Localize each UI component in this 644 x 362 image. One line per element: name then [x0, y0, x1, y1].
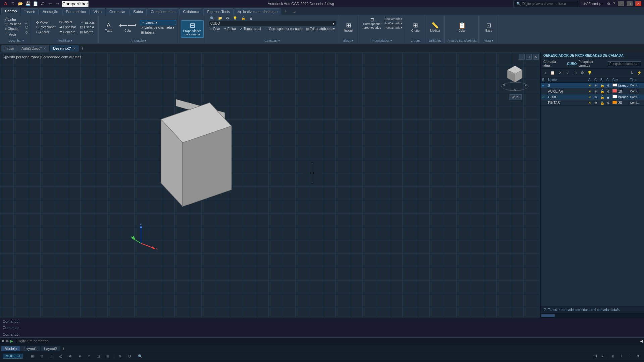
layer-footer-checkbox[interactable]: ☑ [543, 308, 547, 312]
taskview-btn[interactable]: ⧉ [184, 361, 195, 362]
layer-search-input[interactable] [608, 61, 641, 66]
settings-icon[interactable]: ⚙ [607, 2, 610, 6]
grid-btn[interactable]: ⊞ [29, 354, 36, 358]
layer-cubo-color[interactable]: branco [612, 95, 629, 99]
por-camada-dropdown-3[interactable]: ▾ [401, 26, 403, 29]
aparar-button[interactable]: ✂ Aparar [35, 30, 57, 34]
lm-new-layer-btn[interactable]: + [542, 70, 549, 76]
autocad-taskbar-btn[interactable]: A [287, 361, 297, 362]
discord-btn[interactable]: 💬 [230, 361, 240, 362]
matriz-button[interactable]: ⊞ Matriz [79, 30, 96, 34]
tab-express[interactable]: Express Tools [203, 8, 233, 15]
zoom-out-btn[interactable]: − [626, 354, 632, 358]
layer-0-print[interactable]: 🖨 [606, 84, 612, 87]
search-input[interactable] [522, 2, 576, 6]
propriedades-camada-button[interactable]: ⊟ Propriedadesda camada [181, 20, 204, 38]
linha-button[interactable]: ╱ Linha [3, 17, 23, 22]
espelhar-button[interactable]: ⇌ Espelhar [58, 25, 78, 29]
lm-refresh-btn[interactable]: ↻ [629, 70, 635, 76]
view-cube-btn[interactable]: ⬡ [126, 354, 133, 358]
headset-btn[interactable]: 🎧 [264, 361, 274, 362]
search-taskbar-btn[interactable]: 🔍 [173, 361, 183, 362]
properties-expand-icon[interactable]: ▾ [390, 39, 392, 42]
layer-pintas-color[interactable]: 30 [612, 101, 629, 105]
tab-aulasdado[interactable]: AulaSDado* ✕ [18, 45, 49, 52]
lm-state-mgr-btn[interactable]: ⊟ [572, 70, 578, 76]
tab-gerenciar[interactable]: Gerenciar [106, 8, 129, 15]
settings-gear-btn[interactable]: ⚙ [634, 354, 641, 358]
osnap-btn[interactable]: ⊕ [67, 354, 74, 358]
editar-atributos-button[interactable]: ⊞ Editar atributos ▾ [305, 27, 336, 31]
modify-expand-icon[interactable]: ▾ [71, 39, 73, 42]
tab-complementos[interactable]: Complementos [147, 8, 179, 15]
layer-row-auxiliar[interactable]: AUXILIAR ☀ ❄ 🔓 🖨 10 Conti... [541, 88, 644, 94]
lm-make-current-btn[interactable]: ✓ [564, 70, 571, 76]
layout-1[interactable]: Layout1 [20, 346, 40, 351]
tracking-btn[interactable]: ⊘ [76, 354, 83, 358]
annotation-expand-icon[interactable]: ▾ [145, 39, 146, 42]
undo-btn[interactable]: ↩ [47, 1, 53, 7]
base-button[interactable]: ⊡ Base [481, 21, 496, 34]
zoom-in-btn[interactable]: + [618, 354, 624, 358]
esticar-button[interactable]: ↔ Esticar [79, 20, 96, 25]
mover-button[interactable]: ✛ Mover [35, 20, 57, 25]
layout-modelo[interactable]: Modelo [1, 346, 20, 351]
concord-button[interactable]: ⊏ Concord. [58, 30, 78, 34]
circulo-button[interactable]: ○ Círculo [3, 27, 23, 31]
navmode-btn[interactable]: 🔍 [136, 354, 144, 358]
insert-bloco-button[interactable]: ⊞ Inserir [341, 21, 356, 34]
layer-cubo-freeze[interactable]: ❄ [594, 95, 600, 99]
close-button[interactable]: ✕ [635, 1, 641, 6]
lm-new-layer-vp-btn[interactable]: 📋 [549, 70, 556, 76]
layer-aux-on[interactable]: ☀ [588, 89, 594, 93]
lineweight-btn[interactable]: ≡ [86, 354, 92, 358]
maximize-button[interactable]: □ [627, 1, 633, 6]
editar-button[interactable]: ✏ Editar [222, 27, 237, 31]
layer-aux-color[interactable]: 10 [612, 89, 629, 93]
lm-sync-btn[interactable]: ⚡ [636, 70, 643, 76]
chrome-btn[interactable]: ● [276, 361, 286, 362]
medida-button[interactable]: 📏 Medida [428, 21, 442, 34]
tab-desenho2[interactable]: Desenho2* ✕ [50, 45, 79, 52]
command-input[interactable] [17, 339, 639, 343]
insert-icon6[interactable]: 🖨 [248, 16, 254, 20]
layer-cubo-print[interactable]: 🖨 [606, 95, 612, 99]
insert-icon3[interactable]: ⚙ [225, 16, 230, 20]
corresponder-props-button[interactable]: ⊟ Corresponder propriedades [361, 16, 383, 31]
extra-draw-2[interactable]: ⬡ [24, 25, 30, 29]
vp-minimize-btn[interactable]: − [519, 54, 525, 60]
lm-settings-btn[interactable]: ⚙ [579, 70, 586, 76]
cota-button[interactable]: ⟵⟶ Cota [117, 21, 139, 34]
lm-delete-btn[interactable]: ✕ [557, 70, 564, 76]
tomar-atual-button[interactable]: ✓ Tomar atual [238, 27, 262, 31]
layer-current-dropdown[interactable]: CUBO ▾ [209, 21, 336, 26]
arco-button[interactable]: ⌒ Arco [3, 32, 23, 37]
colar-button[interactable]: 📋 Colar [454, 21, 469, 34]
layer-row-cubo[interactable]: ✓ CUBO ☀ ❄ 🔓 🖨 branco Conti... [541, 94, 644, 100]
zoom-fit-btn[interactable]: ⊞ [609, 354, 616, 358]
insert-icon2[interactable]: 📁 [217, 16, 223, 20]
corresponder-button[interactable]: ↔ Corresponder camada [263, 27, 304, 31]
scale-dropdown[interactable]: ▾ [599, 354, 605, 358]
save-as-btn[interactable]: 📄 [32, 1, 38, 7]
scroll-track[interactable] [541, 314, 643, 317]
navigation-cube[interactable]: S FRONTAL N E [500, 62, 530, 93]
music-btn[interactable]: 🎵 [253, 361, 263, 362]
scroll-thumb[interactable] [541, 314, 555, 317]
help-icon[interactable]: ? [613, 2, 615, 6]
layer-aux-lock[interactable]: 🔓 [600, 89, 606, 93]
new-btn[interactable]: 🗋 [10, 1, 16, 7]
model-button[interactable]: MODELO [3, 354, 23, 359]
polar-btn[interactable]: ◎ [57, 354, 64, 358]
layer-aux-print[interactable]: 🖨 [606, 89, 612, 93]
minimize-button[interactable]: − [618, 1, 624, 6]
windows-start-btn[interactable]: ⊞ [162, 361, 172, 362]
layer-scrollbar[interactable] [541, 313, 644, 318]
layer-0-freeze[interactable]: ❄ [594, 84, 600, 87]
layer-pintas-lock[interactable]: 🔓 [600, 101, 606, 105]
tab-padrao[interactable]: Padrão [1, 8, 20, 15]
grupo-button[interactable]: ⊞ Grupo [408, 21, 423, 34]
tab-anotacao[interactable]: Anotação [39, 8, 62, 15]
insert-icon5[interactable]: 🔒 [240, 16, 247, 20]
redo-btn[interactable]: ↪ [54, 1, 60, 7]
